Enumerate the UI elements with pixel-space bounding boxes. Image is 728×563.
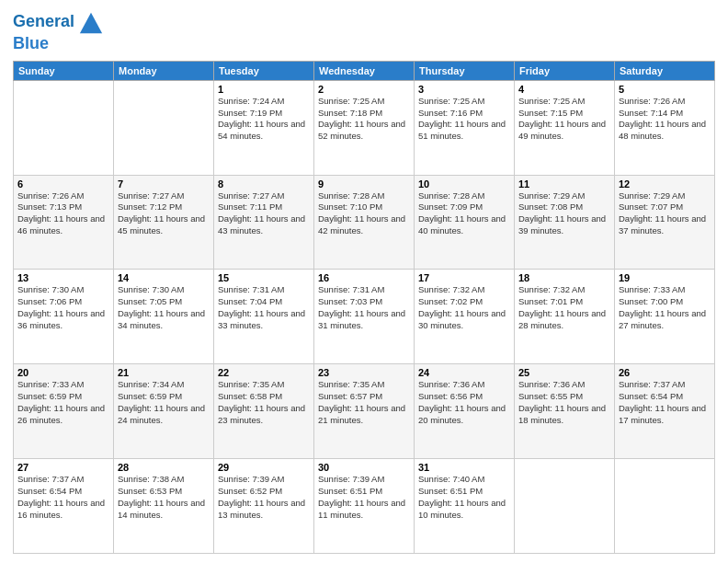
day-number: 30 xyxy=(318,462,410,473)
day-number: 13 xyxy=(17,272,109,283)
calendar-cell: 23 Sunrise: 7:35 AMSunset: 6:57 PMDaylig… xyxy=(314,364,415,459)
calendar-table: SundayMondayTuesdayWednesdayThursdayFrid… xyxy=(13,61,715,554)
calendar-cell: 8 Sunrise: 7:27 AMSunset: 7:11 PMDayligh… xyxy=(214,175,314,270)
day-info: Sunrise: 7:30 AMSunset: 7:06 PMDaylight:… xyxy=(17,284,109,331)
day-info: Sunrise: 7:24 AMSunset: 7:19 PMDaylight:… xyxy=(218,96,310,143)
calendar-week-row: 20 Sunrise: 7:33 AMSunset: 6:59 PMDaylig… xyxy=(14,364,715,459)
day-number: 9 xyxy=(318,178,410,190)
calendar-cell: 6 Sunrise: 7:26 AMSunset: 7:13 PMDayligh… xyxy=(14,175,114,270)
day-number: 6 xyxy=(17,178,109,190)
calendar-cell xyxy=(615,459,715,554)
calendar-cell: 3 Sunrise: 7:25 AMSunset: 7:16 PMDayligh… xyxy=(415,80,515,175)
day-info: Sunrise: 7:35 AMSunset: 6:57 PMDaylight:… xyxy=(318,379,410,426)
page: General Blue SundayMondayTuesdayWednesda… xyxy=(0,0,728,563)
day-number: 29 xyxy=(218,462,310,473)
day-number: 10 xyxy=(418,178,510,190)
calendar-cell: 2 Sunrise: 7:25 AMSunset: 7:18 PMDayligh… xyxy=(314,80,415,175)
calendar-cell: 14 Sunrise: 7:30 AMSunset: 7:05 PMDaylig… xyxy=(114,270,214,364)
day-info: Sunrise: 7:36 AMSunset: 6:56 PMDaylight:… xyxy=(418,379,510,426)
day-info: Sunrise: 7:35 AMSunset: 6:58 PMDaylight:… xyxy=(218,379,310,426)
calendar-cell: 4 Sunrise: 7:25 AMSunset: 7:15 PMDayligh… xyxy=(515,80,615,175)
logo-text: General xyxy=(13,13,74,31)
day-number: 11 xyxy=(518,178,610,190)
svg-marker-0 xyxy=(80,13,102,33)
day-info: Sunrise: 7:30 AMSunset: 7:05 PMDaylight:… xyxy=(118,284,210,331)
calendar-cell xyxy=(515,459,615,554)
calendar-cell: 1 Sunrise: 7:24 AMSunset: 7:19 PMDayligh… xyxy=(214,80,314,175)
calendar-day-header: Sunday xyxy=(14,61,114,80)
day-info: Sunrise: 7:40 AMSunset: 6:51 PMDaylight:… xyxy=(418,474,510,521)
calendar-cell: 5 Sunrise: 7:26 AMSunset: 7:14 PMDayligh… xyxy=(615,80,715,175)
calendar-cell: 21 Sunrise: 7:34 AMSunset: 6:59 PMDaylig… xyxy=(114,364,214,459)
header: General Blue xyxy=(13,9,715,53)
calendar-week-row: 27 Sunrise: 7:37 AMSunset: 6:54 PMDaylig… xyxy=(14,459,715,554)
day-info: Sunrise: 7:37 AMSunset: 6:54 PMDaylight:… xyxy=(17,474,109,521)
day-number: 27 xyxy=(17,462,109,473)
day-number: 5 xyxy=(619,84,711,95)
day-info: Sunrise: 7:33 AMSunset: 6:59 PMDaylight:… xyxy=(17,379,109,426)
calendar-cell: 15 Sunrise: 7:31 AMSunset: 7:04 PMDaylig… xyxy=(214,270,314,364)
logo-text-blue: Blue xyxy=(13,35,104,53)
day-info: Sunrise: 7:33 AMSunset: 7:00 PMDaylight:… xyxy=(619,284,711,331)
day-info: Sunrise: 7:25 AMSunset: 7:18 PMDaylight:… xyxy=(318,96,410,143)
day-info: Sunrise: 7:32 AMSunset: 7:02 PMDaylight:… xyxy=(418,284,510,331)
calendar-day-header: Tuesday xyxy=(214,61,314,80)
calendar-cell: 12 Sunrise: 7:29 AMSunset: 7:07 PMDaylig… xyxy=(615,175,715,270)
logo: General Blue xyxy=(13,9,104,53)
day-info: Sunrise: 7:31 AMSunset: 7:03 PMDaylight:… xyxy=(318,284,410,331)
day-info: Sunrise: 7:32 AMSunset: 7:01 PMDaylight:… xyxy=(518,284,610,331)
day-number: 15 xyxy=(218,272,310,283)
day-info: Sunrise: 7:25 AMSunset: 7:15 PMDaylight:… xyxy=(518,96,610,143)
day-number: 7 xyxy=(118,178,210,190)
day-number: 4 xyxy=(518,84,610,95)
day-info: Sunrise: 7:29 AMSunset: 7:07 PMDaylight:… xyxy=(619,190,711,237)
calendar-cell: 16 Sunrise: 7:31 AMSunset: 7:03 PMDaylig… xyxy=(314,270,415,364)
calendar-day-header: Thursday xyxy=(415,61,515,80)
day-number: 25 xyxy=(518,367,610,378)
day-number: 28 xyxy=(118,462,210,473)
day-info: Sunrise: 7:29 AMSunset: 7:08 PMDaylight:… xyxy=(518,190,610,237)
day-number: 1 xyxy=(218,84,310,95)
calendar-cell: 22 Sunrise: 7:35 AMSunset: 6:58 PMDaylig… xyxy=(214,364,314,459)
day-number: 24 xyxy=(418,367,510,378)
logo-icon xyxy=(78,9,104,35)
calendar-cell: 28 Sunrise: 7:38 AMSunset: 6:53 PMDaylig… xyxy=(114,459,214,554)
day-number: 12 xyxy=(619,178,711,190)
calendar-cell: 17 Sunrise: 7:32 AMSunset: 7:02 PMDaylig… xyxy=(415,270,515,364)
day-number: 21 xyxy=(118,367,210,378)
calendar-cell xyxy=(14,80,114,175)
day-number: 2 xyxy=(318,84,410,95)
day-info: Sunrise: 7:31 AMSunset: 7:04 PMDaylight:… xyxy=(218,284,310,331)
calendar-cell xyxy=(114,80,214,175)
calendar-cell: 27 Sunrise: 7:37 AMSunset: 6:54 PMDaylig… xyxy=(14,459,114,554)
calendar-cell: 24 Sunrise: 7:36 AMSunset: 6:56 PMDaylig… xyxy=(415,364,515,459)
day-info: Sunrise: 7:28 AMSunset: 7:09 PMDaylight:… xyxy=(418,190,510,237)
day-info: Sunrise: 7:39 AMSunset: 6:51 PMDaylight:… xyxy=(318,474,410,521)
day-info: Sunrise: 7:34 AMSunset: 6:59 PMDaylight:… xyxy=(118,379,210,426)
calendar-cell: 11 Sunrise: 7:29 AMSunset: 7:08 PMDaylig… xyxy=(515,175,615,270)
day-number: 17 xyxy=(418,272,510,283)
day-info: Sunrise: 7:27 AMSunset: 7:11 PMDaylight:… xyxy=(218,190,310,237)
calendar-cell: 20 Sunrise: 7:33 AMSunset: 6:59 PMDaylig… xyxy=(14,364,114,459)
calendar-cell: 26 Sunrise: 7:37 AMSunset: 6:54 PMDaylig… xyxy=(615,364,715,459)
day-number: 19 xyxy=(619,272,711,283)
calendar-week-row: 6 Sunrise: 7:26 AMSunset: 7:13 PMDayligh… xyxy=(14,175,715,270)
calendar-week-row: 1 Sunrise: 7:24 AMSunset: 7:19 PMDayligh… xyxy=(14,80,715,175)
calendar-cell: 9 Sunrise: 7:28 AMSunset: 7:10 PMDayligh… xyxy=(314,175,415,270)
calendar-day-header: Friday xyxy=(515,61,615,80)
day-number: 31 xyxy=(418,462,510,473)
day-info: Sunrise: 7:39 AMSunset: 6:52 PMDaylight:… xyxy=(218,474,310,521)
calendar-cell: 18 Sunrise: 7:32 AMSunset: 7:01 PMDaylig… xyxy=(515,270,615,364)
day-number: 3 xyxy=(418,84,510,95)
day-number: 18 xyxy=(518,272,610,283)
calendar-day-header: Saturday xyxy=(615,61,715,80)
day-info: Sunrise: 7:27 AMSunset: 7:12 PMDaylight:… xyxy=(118,190,210,237)
day-info: Sunrise: 7:25 AMSunset: 7:16 PMDaylight:… xyxy=(418,96,510,143)
calendar-cell: 10 Sunrise: 7:28 AMSunset: 7:09 PMDaylig… xyxy=(415,175,515,270)
day-info: Sunrise: 7:26 AMSunset: 7:13 PMDaylight:… xyxy=(17,190,109,237)
day-number: 8 xyxy=(218,178,310,190)
day-number: 23 xyxy=(318,367,410,378)
calendar-week-row: 13 Sunrise: 7:30 AMSunset: 7:06 PMDaylig… xyxy=(14,270,715,364)
day-info: Sunrise: 7:38 AMSunset: 6:53 PMDaylight:… xyxy=(118,474,210,521)
day-info: Sunrise: 7:28 AMSunset: 7:10 PMDaylight:… xyxy=(318,190,410,237)
